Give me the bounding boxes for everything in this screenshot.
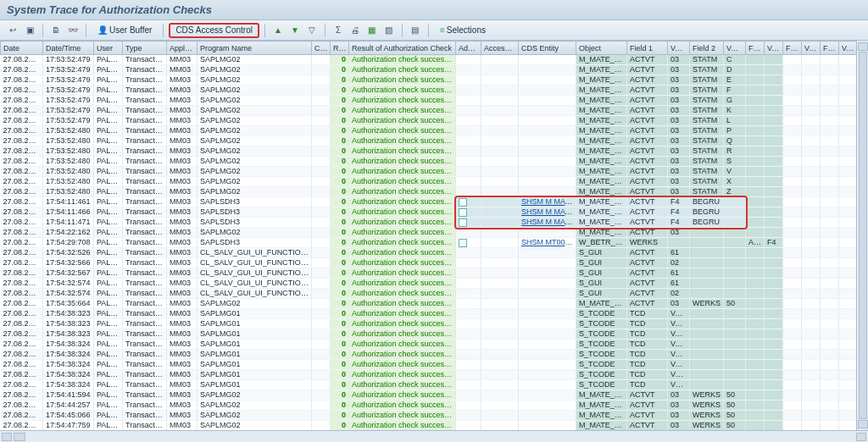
sort-asc-icon[interactable]: ▲ (270, 23, 286, 38)
table-row[interactable]: 27.08.202417:54:38:323PALUSTransactionMM… (1, 329, 869, 340)
column-header[interactable]: Date/Time (43, 41, 94, 55)
horizontal-scrollbar[interactable] (0, 430, 868, 442)
cell (456, 329, 481, 340)
user-buffer-button[interactable]: 👤 User Buffer (92, 23, 158, 38)
cds-entity-link[interactable]: SHSM M MAT1M (521, 197, 576, 206)
table-row[interactable]: 27.08.202417:53:52:479PALUSTransactionMM… (1, 106, 869, 116)
table-row[interactable]: 27.08.202417:53:52:480PALUSTransactionMM… (1, 157, 869, 167)
cell: ACTVT (627, 299, 668, 309)
scroll-thumb-h[interactable] (14, 433, 25, 441)
cds-entity-link[interactable]: SHSM M MAT1M (521, 207, 576, 216)
cell: 27.08.2024 (1, 309, 43, 319)
column-header[interactable]: Access Filteri… (481, 41, 519, 55)
cell (724, 207, 746, 218)
table-row[interactable]: 27.08.202417:53:52:480PALUSTransactionMM… (1, 126, 869, 136)
column-header[interactable]: Result of Authorization Check (349, 41, 456, 55)
table-row[interactable]: 27.08.202417:54:32:574PALUSTransactionMM… (1, 279, 869, 289)
table-row[interactable]: 27.08.202417:53:52:479PALUSTransactionMM… (1, 96, 869, 106)
sort-desc-icon[interactable]: ▼ (287, 23, 303, 38)
table-row[interactable]: 27.08.202417:53:52:479PALUSTransactionMM… (1, 65, 869, 75)
table-row[interactable]: 27.08.202417:53:52:480PALUSTransactionMM… (1, 136, 869, 146)
scroll-right-icon[interactable] (856, 433, 866, 441)
table-row[interactable]: 27.08.202417:53:52:480PALUSTransactionMM… (1, 177, 869, 187)
total-icon[interactable]: Σ (331, 23, 346, 38)
column-header[interactable]: Che… (312, 41, 331, 55)
export-icon[interactable]: ▣ (22, 23, 37, 38)
column-header[interactable]: User (94, 41, 123, 55)
table-row[interactable]: 27.08.202417:54:29:708PALUSTransactionMM… (1, 238, 869, 248)
table-row[interactable]: 27.08.202417:54:11:466PALUSTransactionMM… (1, 207, 869, 218)
column-header[interactable]: Value… (668, 41, 690, 55)
column-header[interactable]: Value… (765, 41, 783, 55)
selections-button[interactable]: ≡ Selections (434, 23, 492, 38)
table-row[interactable]: 27.08.202417:54:35:664PALUSTransactionMM… (1, 299, 869, 309)
table-row[interactable]: 27.08.202417:53:52:480PALUSTransactionMM… (1, 167, 869, 177)
print-icon[interactable]: 🖨 (348, 23, 363, 38)
table-row[interactable]: 27.08.202417:54:47:759PALUSTransactionMM… (1, 421, 869, 431)
column-header[interactable]: Field 1 (627, 41, 668, 55)
table-row[interactable]: 27.08.202417:54:41:594PALUSTransactionMM… (1, 390, 869, 401)
column-header[interactable]: Res… (331, 41, 349, 55)
table-row[interactable]: 27.08.202417:54:11:461PALUSTransactionMM… (1, 197, 869, 207)
column-header[interactable]: Value… (802, 41, 821, 55)
table-row[interactable]: 27.08.202417:54:32:526PALUSTransactionMM… (1, 248, 869, 258)
scroll-thumb[interactable] (859, 52, 867, 419)
layout-icon[interactable]: ▤ (408, 23, 423, 38)
cell (456, 309, 481, 319)
column-header[interactable]: Date (1, 41, 43, 55)
table-row[interactable]: 27.08.202417:53:52:480PALUSTransactionMM… (1, 146, 869, 157)
cell: TCD (627, 319, 668, 329)
table-row[interactable]: 27.08.202417:53:52:479PALUSTransactionMM… (1, 75, 869, 86)
table-row[interactable]: 27.08.202417:54:38:324PALUSTransactionMM… (1, 360, 869, 370)
scroll-down-icon[interactable] (858, 420, 868, 428)
export2-icon[interactable]: ▧ (381, 23, 397, 38)
cell: Transaction (123, 380, 167, 390)
table-row[interactable]: 27.08.202417:53:52:479PALUSTransactionMM… (1, 55, 869, 65)
table-row[interactable]: 27.08.202417:53:52:479PALUSTransactionMM… (1, 86, 869, 96)
detail-icon[interactable]: 🗎 (48, 23, 64, 38)
column-header[interactable]: Field… (746, 41, 765, 55)
column-header[interactable]: Field… (821, 41, 839, 55)
column-header[interactable]: Type (123, 41, 167, 55)
cell: 17:54:11:466 (43, 207, 94, 218)
column-header[interactable]: Value… (724, 41, 746, 55)
cds-entity-link[interactable]: SHSM MT001W (521, 238, 576, 246)
column-header[interactable]: Object (576, 41, 627, 55)
cell (312, 126, 331, 136)
cell: SAPLMG01 (198, 370, 312, 380)
table-row[interactable]: 27.08.202417:54:45:066PALUSTransactionMM… (1, 411, 869, 421)
table-row[interactable]: 27.08.202417:54:38:323PALUSTransactionMM… (1, 319, 869, 329)
filter-icon[interactable]: ▽ (304, 23, 320, 38)
table-row[interactable]: 27.08.202417:54:44:257PALUSTransactionMM… (1, 401, 869, 411)
back-icon[interactable]: ↩ (5, 23, 20, 38)
column-header[interactable]: Addit.In… (456, 41, 481, 55)
table-row[interactable]: 27.08.202417:54:32:574PALUSTransactionMM… (1, 289, 869, 299)
table-row[interactable]: 27.08.202417:54:38:324PALUSTransactionMM… (1, 340, 869, 350)
table-row[interactable]: 27.08.202417:53:52:479PALUSTransactionMM… (1, 116, 869, 126)
column-header[interactable]: CDS Entity (519, 41, 576, 55)
column-header[interactable]: Application (167, 41, 198, 55)
table-row[interactable]: 27.08.202417:54:32:567PALUSTransactionMM… (1, 268, 869, 279)
scroll-left-icon[interactable] (2, 433, 12, 441)
table-row[interactable]: 27.08.202417:54:32:566PALUSTransactionMM… (1, 258, 869, 268)
column-header[interactable]: Program Name (198, 41, 312, 55)
column-header[interactable]: Value… (839, 41, 858, 55)
scroll-up-icon[interactable] (858, 42, 868, 51)
table-row[interactable]: 27.08.202417:54:38:324PALUSTransactionMM… (1, 350, 869, 360)
vertical-scrollbar[interactable] (856, 41, 868, 430)
table-row[interactable]: 27.08.202417:54:38:324PALUSTransactionMM… (1, 380, 869, 390)
table-row[interactable]: 27.08.202417:54:11:471PALUSTransactionMM… (1, 218, 869, 228)
table-row[interactable]: 27.08.202417:53:52:480PALUSTransactionMM… (1, 187, 869, 197)
excel-icon[interactable]: ▦ (364, 23, 380, 38)
cds-access-control-button[interactable]: CDS Access Control (169, 23, 259, 38)
find-icon[interactable]: 👓 (65, 23, 81, 38)
column-header[interactable]: Field 2 (690, 41, 724, 55)
cds-entity-link[interactable]: SHSM M MAT1M (521, 218, 576, 226)
cell: SAPLMG01 (198, 329, 312, 340)
column-header[interactable]: Field… (783, 41, 802, 55)
table-row[interactable]: 27.08.202417:54:38:324PALUSTransactionMM… (1, 370, 869, 380)
cell (765, 390, 783, 401)
table-row[interactable]: 27.08.202417:54:22:162PALUSTransactionMM… (1, 228, 869, 238)
table-row[interactable]: 27.08.202417:54:38:323PALUSTransactionMM… (1, 309, 869, 319)
cell (839, 329, 858, 340)
